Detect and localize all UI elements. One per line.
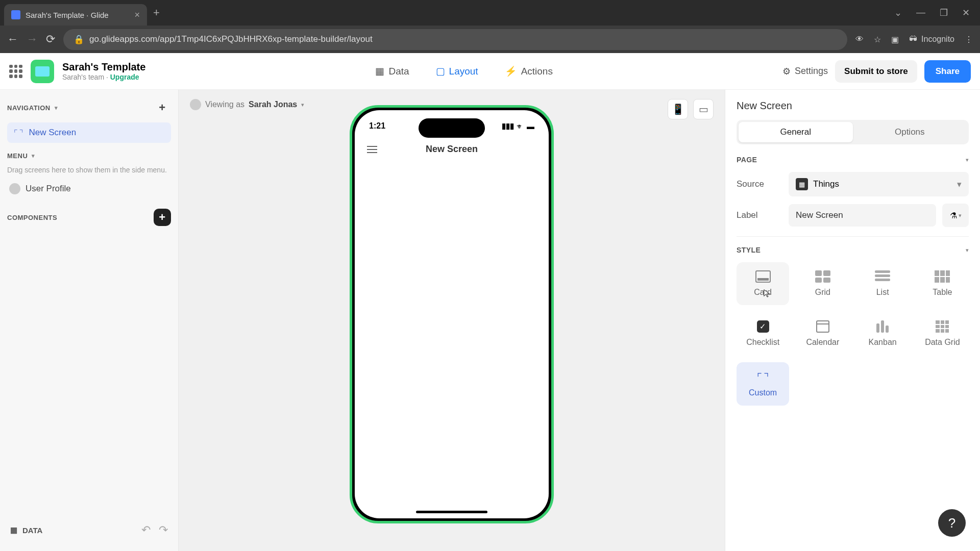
redo-button[interactable]: ↷	[159, 523, 168, 537]
forward-button[interactable]: →	[27, 33, 38, 46]
flask-icon: ⚗	[950, 211, 957, 220]
avatar-icon	[9, 183, 20, 194]
menu-section-label: MENU	[7, 152, 28, 160]
lock-icon: 🔒	[74, 34, 84, 45]
style-checklist[interactable]: ✓ Checklist	[737, 312, 789, 355]
table-icon	[935, 270, 950, 283]
right-panel: New Screen General Options PAGE ▾ Source…	[725, 90, 980, 551]
add-navigation-button[interactable]: +	[154, 99, 171, 116]
tab-general[interactable]: General	[739, 122, 853, 142]
data-grid-icon	[936, 320, 949, 333]
app-header: Sarah's Template Sarah's team · Upgrade …	[0, 53, 980, 90]
maximize-icon[interactable]: ❐	[940, 7, 948, 18]
list-icon	[875, 270, 890, 283]
help-button[interactable]: ?	[938, 509, 966, 537]
signal-icon: ▮▮▮	[502, 121, 514, 131]
tab-favicon	[11, 10, 20, 19]
table-icon: ▦	[10, 525, 17, 535]
battery-icon: ▬	[527, 122, 534, 131]
style-card[interactable]: Card	[737, 262, 789, 305]
style-kanban[interactable]: Kanban	[856, 312, 909, 355]
undo-button[interactable]: ↶	[141, 523, 151, 537]
style-grid-option[interactable]: Grid	[796, 262, 849, 305]
device-tablet-button[interactable]: ▭	[693, 99, 714, 119]
browser-tab[interactable]: Sarah's Template · Glide ×	[4, 4, 147, 26]
navigation-section-label: NAVIGATION	[7, 104, 51, 112]
upgrade-link[interactable]: Upgrade	[110, 73, 139, 81]
url-text: go.glideapps.com/app/1Tmp4IC6xPQJbHHRX6x…	[89, 34, 373, 44]
add-component-button[interactable]: +	[154, 209, 171, 226]
tab-layout[interactable]: ▢ Layout	[432, 62, 482, 80]
tab-options[interactable]: Options	[853, 122, 967, 142]
app-menu-icon[interactable]	[9, 65, 22, 78]
panel-title: New Screen	[737, 100, 969, 112]
style-section-label: STYLE	[737, 246, 761, 254]
source-select[interactable]: ▦ Things ▾	[789, 172, 969, 196]
calendar-icon	[816, 320, 829, 333]
drag-hint: Drag screens here to show them in the si…	[7, 166, 171, 174]
source-label: Source	[737, 179, 782, 189]
chevron-down-icon: ▾	[959, 212, 962, 219]
style-list[interactable]: List	[856, 262, 909, 305]
page-section-label: PAGE	[737, 156, 757, 164]
incognito-badge[interactable]: 🕶 Incognito	[909, 35, 954, 44]
tab-data[interactable]: ▦ Data	[371, 62, 413, 80]
reload-button[interactable]: ⟳	[46, 33, 55, 46]
tab-title: Sarah's Template · Glide	[26, 11, 109, 19]
eye-off-icon[interactable]: 👁	[855, 35, 864, 44]
new-tab-button[interactable]: +	[153, 6, 160, 19]
chevron-down-icon: ▾	[301, 102, 304, 108]
browser-menu-icon[interactable]: ⋮	[965, 35, 973, 44]
canvas: Viewing as Sarah Jonas ▾ 📱 ▭ 1:21 ▮▮▮ ᯤ …	[179, 90, 725, 551]
gear-icon: ⚙	[782, 66, 791, 77]
card-icon	[755, 270, 771, 283]
data-link[interactable]: ▦ DATA	[10, 525, 42, 535]
components-section-label: COMPONENTS	[7, 214, 57, 221]
hamburger-icon[interactable]	[367, 146, 377, 153]
incognito-icon: 🕶	[909, 35, 917, 44]
url-field[interactable]: 🔒 go.glideapps.com/app/1Tmp4IC6xPQJbHHRX…	[63, 29, 847, 50]
divider	[737, 236, 969, 237]
tab-actions[interactable]: ⚡ Actions	[501, 62, 557, 80]
chevron-down-icon[interactable]: ⌄	[894, 7, 902, 18]
style-table[interactable]: Table	[916, 262, 969, 305]
submit-to-store-button[interactable]: Submit to store	[835, 60, 917, 83]
chevron-down-icon: ▾	[957, 179, 962, 190]
label-input[interactable]	[789, 204, 936, 227]
screen-icon: ⌜⌝	[13, 128, 23, 138]
phone-time: 1:21	[369, 121, 385, 131]
address-bar: ← → ⟳ 🔒 go.glideapps.com/app/1Tmp4IC6xPQ…	[0, 26, 980, 53]
chevron-down-icon[interactable]: ▾	[966, 247, 969, 254]
style-calendar[interactable]: Calendar	[796, 312, 849, 355]
back-button[interactable]: ←	[7, 33, 18, 46]
style-custom[interactable]: ⌜⌝ Custom	[737, 362, 789, 406]
kanban-icon	[876, 320, 889, 333]
chevron-down-icon[interactable]: ▾	[32, 153, 35, 159]
chevron-down-icon[interactable]: ▾	[966, 157, 969, 163]
viewing-as[interactable]: Viewing as Sarah Jonas ▾	[190, 99, 304, 110]
extensions-icon[interactable]: ▣	[891, 35, 899, 44]
label-label: Label	[737, 210, 782, 220]
label-formula-button[interactable]: ⚗ ▾	[942, 204, 969, 227]
chevron-down-icon[interactable]: ▾	[55, 105, 58, 111]
settings-link[interactable]: ⚙ Settings	[782, 66, 828, 77]
app-logo	[31, 60, 54, 83]
phone-status-icons: ▮▮▮ ᯤ ▬	[502, 121, 534, 131]
close-tab-icon[interactable]: ×	[134, 10, 140, 20]
app-title: Sarah's Template	[62, 61, 145, 73]
app-subtitle: Sarah's team · Upgrade	[62, 73, 145, 81]
close-window-icon[interactable]: ✕	[962, 7, 970, 18]
device-phone-button[interactable]: 📱	[668, 99, 688, 119]
layout-icon: ▢	[436, 65, 445, 77]
style-data-grid[interactable]: Data Grid	[916, 312, 969, 355]
share-button[interactable]: Share	[924, 60, 971, 83]
custom-icon: ⌜⌝	[756, 370, 770, 383]
minimize-icon[interactable]: —	[916, 7, 925, 18]
window-controls: ⌄ — ❐ ✕	[894, 7, 976, 18]
bookmark-icon[interactable]: ☆	[874, 35, 881, 44]
home-indicator	[416, 511, 487, 513]
browser-tab-strip: Sarah's Template · Glide × + ⌄ — ❐ ✕	[0, 0, 980, 26]
user-profile-item[interactable]: User Profile	[7, 180, 171, 197]
nav-item-new-screen[interactable]: ⌜⌝ New Screen	[7, 122, 171, 143]
table-source-icon: ▦	[796, 178, 808, 190]
